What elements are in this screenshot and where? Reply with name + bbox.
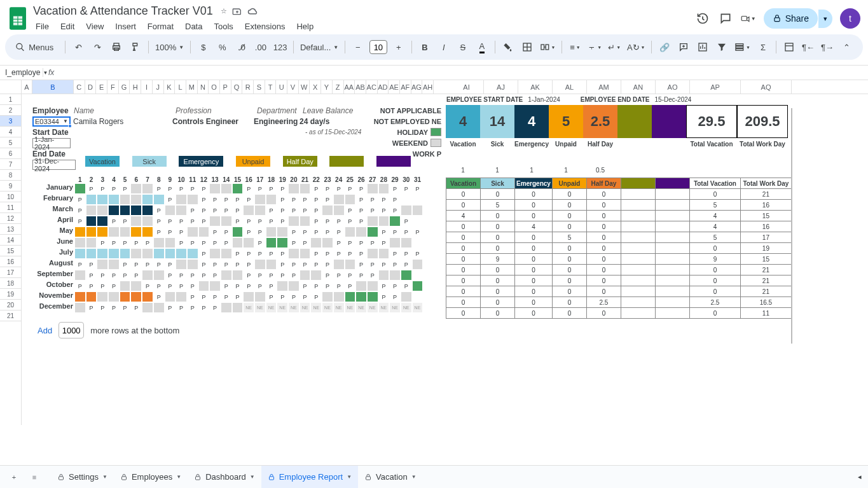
col-S[interactable]: S (254, 80, 265, 94)
table-cell[interactable] (621, 286, 655, 297)
cal-cell[interactable] (378, 216, 390, 227)
cal-cell[interactable] (153, 237, 165, 248)
row-18[interactable]: 18 (0, 278, 21, 289)
cal-cell[interactable]: P (266, 216, 277, 227)
cal-cell[interactable] (86, 248, 97, 259)
cal-cell[interactable]: P (165, 259, 176, 270)
table-cell[interactable] (655, 286, 689, 297)
cal-cell[interactable] (355, 227, 367, 237)
cal-cell[interactable]: P (345, 270, 356, 281)
cal-cell[interactable]: P (277, 259, 288, 270)
move-icon[interactable] (232, 6, 242, 17)
cal-cell[interactable] (355, 291, 367, 302)
cal-cell[interactable]: P (243, 227, 254, 237)
row-15[interactable]: 15 (0, 246, 21, 256)
cal-cell[interactable] (165, 237, 176, 248)
cal-cell[interactable] (232, 270, 244, 281)
table-cell[interactable]: 0 (446, 275, 481, 286)
table-cell[interactable] (621, 232, 655, 243)
table-cell[interactable]: 0 (515, 189, 553, 200)
cal-cell[interactable] (389, 270, 401, 281)
cal-cell[interactable]: P (130, 270, 142, 281)
cal-cell[interactable]: P (254, 248, 266, 259)
table-cell[interactable]: 0 (586, 211, 621, 221)
cal-cell[interactable]: P (153, 183, 165, 194)
cal-cell[interactable]: P (187, 237, 198, 248)
table-cell[interactable]: 0 (586, 200, 621, 211)
functions-icon[interactable]: Σ (754, 38, 772, 56)
cal-cell[interactable]: P (322, 270, 333, 281)
cal-cell[interactable]: P (108, 237, 120, 248)
cal-cell[interactable]: P (153, 227, 165, 237)
cal-cell[interactable]: P (142, 281, 153, 291)
cal-cell[interactable]: P (266, 291, 277, 302)
row-8[interactable]: 8 (0, 170, 21, 181)
cal-cell[interactable] (108, 248, 120, 259)
table-cell[interactable]: 2.5 (689, 297, 740, 308)
table-cell[interactable] (655, 221, 689, 232)
table-cell[interactable]: 11 (740, 308, 791, 319)
cal-cell[interactable] (300, 183, 311, 194)
cal-cell[interactable]: P (187, 281, 198, 291)
cal-cell[interactable]: P (120, 216, 131, 227)
cal-cell[interactable]: P (209, 259, 221, 270)
table-cell[interactable]: 0 (446, 200, 481, 211)
cal-cell[interactable]: P (74, 194, 86, 205)
cal-cell[interactable] (74, 302, 86, 313)
cal-cell[interactable]: P (345, 281, 356, 291)
cal-cell[interactable]: P (108, 302, 120, 313)
col-Q[interactable]: Q (231, 80, 243, 94)
cal-cell[interactable]: P (367, 194, 378, 205)
table-cell[interactable]: 0 (481, 297, 515, 308)
row-9[interactable]: 9 (0, 181, 21, 192)
cal-cell[interactable]: P (389, 281, 401, 291)
table-cell[interactable] (655, 189, 689, 200)
cal-cell[interactable] (86, 227, 97, 237)
start-date-box[interactable]: 1-Jan-2024 (32, 138, 71, 148)
cal-cell[interactable] (221, 216, 232, 227)
doc-title[interactable]: Vacation & Attendance Tracker V01 (31, 3, 216, 19)
cal-cell[interactable]: P (412, 248, 424, 259)
table-cell[interactable]: 0 (446, 308, 481, 319)
cal-cell[interactable]: P (120, 183, 131, 194)
cal-cell[interactable] (277, 237, 288, 248)
cal-cell[interactable] (187, 194, 198, 205)
cal-cell[interactable]: NE (345, 302, 356, 313)
cal-cell[interactable]: P (401, 281, 412, 291)
cal-cell[interactable]: P (97, 183, 108, 194)
col-AM[interactable]: AM (587, 80, 621, 94)
cal-cell[interactable]: P (310, 248, 322, 259)
cal-cell[interactable]: P (232, 205, 244, 216)
table-cell[interactable]: 0 (552, 286, 586, 297)
col-AJ[interactable]: AJ (484, 80, 518, 94)
cal-cell[interactable]: P (198, 270, 210, 281)
col-AG[interactable]: AG (411, 80, 423, 94)
table-cell[interactable]: 0 (446, 189, 481, 200)
col-Y[interactable]: Y (321, 80, 333, 94)
cal-cell[interactable]: P (322, 281, 333, 291)
bold-icon[interactable]: B (416, 38, 434, 56)
cal-cell[interactable] (266, 259, 277, 270)
cal-cell[interactable]: P (243, 281, 254, 291)
row-2[interactable]: 2 (0, 105, 21, 116)
row-10[interactable]: 10 (0, 192, 21, 202)
row-14[interactable]: 14 (0, 235, 21, 246)
cal-cell[interactable]: P (389, 259, 401, 270)
cal-cell[interactable]: P (243, 183, 254, 194)
col-O[interactable]: O (209, 80, 220, 94)
cal-cell[interactable] (120, 291, 131, 302)
cal-cell[interactable] (74, 237, 86, 248)
meet-icon[interactable]: ▼ (741, 11, 756, 26)
cal-cell[interactable]: NE (389, 302, 401, 313)
table-cell[interactable]: 0 (515, 297, 553, 308)
cal-cell[interactable]: P (355, 259, 367, 270)
menu-extensions[interactable]: Extensions (240, 19, 291, 34)
cal-cell[interactable]: P (74, 205, 86, 216)
menu-tools[interactable]: Tools (209, 19, 238, 34)
cal-cell[interactable]: P (355, 237, 367, 248)
col-AK[interactable]: AK (518, 80, 553, 94)
cal-cell[interactable]: P (153, 205, 165, 216)
cal-cell[interactable]: P (401, 216, 412, 227)
col-X[interactable]: X (310, 80, 321, 94)
cal-cell[interactable]: P (97, 237, 108, 248)
